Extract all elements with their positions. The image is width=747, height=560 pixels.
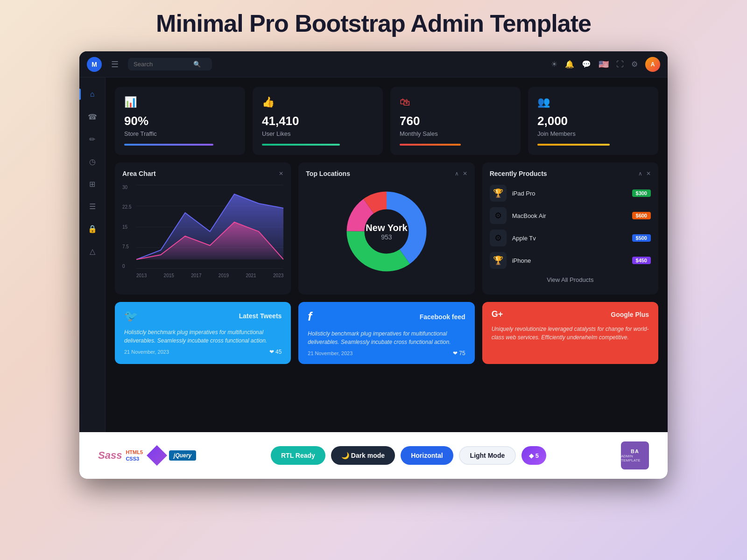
search-input[interactable]: [134, 61, 190, 68]
area-chart-title: Area Chart: [122, 170, 156, 177]
stat-card-sales: 🛍 760 Monthly Sales: [390, 87, 521, 155]
google-header: G+ Google Plus: [492, 309, 649, 319]
donut-value: 953: [366, 233, 407, 241]
sidebar-item-lock[interactable]: 🔒: [83, 219, 102, 238]
locations-close-icon[interactable]: ✕: [463, 170, 467, 177]
sidebar-item-clock[interactable]: ◷: [83, 152, 102, 171]
content: 📊 90% Store Traffic 👍 41,410 User Likes …: [106, 77, 668, 432]
flag-icon[interactable]: 🇺🇸: [599, 59, 609, 70]
dark-mode-button[interactable]: 🌙 Dark mode: [331, 446, 395, 465]
facebook-card: f Facebook feed Holisticly benchmark plu…: [298, 302, 474, 364]
x-label-2015: 2015: [164, 273, 174, 278]
search-icon: 🔍: [193, 61, 201, 68]
twitter-card: 🐦 Latest Tweets Holisticly benchmark plu…: [115, 302, 291, 364]
locations-up-icon[interactable]: ∧: [455, 170, 459, 177]
twitter-header: 🐦 Latest Tweets: [124, 309, 282, 322]
fullscreen-icon[interactable]: ⛶: [616, 60, 624, 69]
html5-badge: HTML5: [126, 449, 143, 455]
sales-label: Monthly Sales: [400, 130, 511, 137]
stat-card-members: 👥 2,000 Join Members: [528, 87, 658, 155]
donut-wrap: New York 953: [306, 185, 467, 278]
diamond-icon: [147, 445, 167, 466]
traffic-label: Store Traffic: [124, 130, 236, 137]
area-chart-close[interactable]: ✕: [279, 170, 283, 177]
product-iphone: 🏆 iPhone $450: [490, 252, 651, 269]
product-ipad: 🏆 iPad Pro $300: [490, 185, 651, 202]
view-all-products[interactable]: View All Products: [490, 273, 651, 287]
appletv-price: $500: [632, 234, 651, 242]
settings-icon[interactable]: ⚙: [631, 60, 638, 69]
bottom-bar: Sass HTML5 CSS3 jQuery RTL Ready 🌙 Dark …: [79, 432, 668, 479]
bottom-logos: Sass HTML5 CSS3 jQuery: [98, 445, 196, 466]
hamburger-icon[interactable]: ☰: [107, 57, 122, 71]
google-title: Google Plus: [611, 311, 649, 318]
topbar-right: ☀ 🔔 💬 🇺🇸 ⛶ ⚙ A: [551, 57, 660, 72]
page-title: Minimal Pro Bootstrap Admin Template: [156, 9, 591, 37]
sidebar-item-alert[interactable]: △: [83, 242, 102, 260]
bell-icon[interactable]: 🔔: [565, 60, 574, 69]
locations-title: Top Locations: [306, 170, 350, 177]
charts-row: Area Chart ✕ 30 22.5 15 7.5 0: [115, 162, 658, 294]
sun-icon[interactable]: ☀: [551, 60, 557, 69]
x-label-2023: 2023: [273, 273, 283, 278]
sidebar-item-edit[interactable]: ✏: [83, 130, 102, 148]
traffic-bar: [124, 144, 213, 146]
sidebar-item-support[interactable]: ☎: [83, 107, 102, 126]
ipad-name: iPad Pro: [512, 190, 627, 197]
appletv-name: Apple Tv: [512, 235, 627, 242]
light-mode-button[interactable]: Light Mode: [459, 446, 516, 465]
likes-icon: 👍: [262, 96, 374, 108]
locations-header: Top Locations ∧ ✕: [306, 170, 467, 177]
stat-cards: 📊 90% Store Traffic 👍 41,410 User Likes …: [115, 87, 658, 155]
google-card: G+ Google Plus Uniquely revolutionize le…: [482, 302, 658, 364]
twitter-title: Latest Tweets: [239, 312, 282, 320]
horizontal-button[interactable]: Horizontal: [401, 446, 453, 465]
ipad-price: $300: [632, 189, 651, 197]
product-appletv: ⚙ Apple Tv $500: [490, 230, 651, 246]
iphone-name: iPhone: [512, 257, 627, 264]
products-controls: ∧ ✕: [638, 170, 651, 177]
chat-icon[interactable]: 💬: [582, 60, 591, 69]
facebook-footer: 21 November, 2023 ❤ 75: [308, 350, 465, 357]
x-label-2017: 2017: [191, 273, 201, 278]
recently-products-card: Recently Products ∧ ✕ 🏆 iPad Pro $300: [482, 162, 658, 294]
rtl-ready-button[interactable]: RTL Ready: [271, 446, 325, 465]
google-text: Uniquely revolutionize leveraged catalys…: [492, 325, 649, 342]
likes-value: 41,410: [262, 114, 374, 128]
products-up-icon[interactable]: ∧: [638, 170, 642, 177]
bootstrap-label-ba: BA: [631, 448, 639, 454]
iphone-price: $450: [632, 257, 651, 264]
top-locations-card: Top Locations ∧ ✕: [298, 162, 474, 294]
x-axis-labels: 2013 2015 2017 2019 2021 2023: [136, 273, 283, 278]
sidebar-item-home[interactable]: ⌂: [83, 85, 102, 104]
sidebar: ⌂ ☎ ✏ ◷ ⊞ ☰ 🔒 △: [79, 77, 106, 432]
likes-label: User Likes: [262, 130, 374, 137]
donut-center: New York 953: [366, 223, 407, 241]
google-logo: G+: [492, 309, 503, 319]
macbook-icon: ⚙: [490, 207, 507, 224]
products-close-icon[interactable]: ✕: [646, 170, 651, 177]
stat-card-traffic: 📊 90% Store Traffic: [115, 87, 245, 155]
members-bar: [537, 144, 610, 146]
sidebar-item-grid[interactable]: ⊞: [83, 175, 102, 193]
logo: M: [87, 57, 102, 72]
area-chart-card: Area Chart ✕ 30 22.5 15 7.5 0: [115, 162, 291, 294]
social-row: 🐦 Latest Tweets Holisticly benchmark plu…: [115, 302, 658, 364]
bottom-center-pills: RTL Ready 🌙 Dark mode Horizontal Light M…: [207, 446, 610, 465]
bootstrap5-badge: ◆ 5: [521, 446, 546, 465]
sidebar-item-list[interactable]: ☰: [83, 197, 102, 216]
bottom-right: BA ADMIN TEMPLATE: [621, 441, 649, 469]
facebook-likes: ❤ 75: [453, 350, 465, 357]
facebook-header: f Facebook feed: [308, 309, 465, 324]
area-chart-header: Area Chart ✕: [122, 170, 283, 177]
y-label-30: 30: [122, 185, 131, 190]
search-box[interactable]: 🔍: [128, 58, 212, 70]
bootstrap-logo: BA ADMIN TEMPLATE: [621, 441, 649, 469]
twitter-date: 21 November, 2023: [124, 349, 169, 355]
sales-value: 760: [400, 114, 511, 128]
traffic-icon: 📊: [124, 96, 236, 108]
products-list: 🏆 iPad Pro $300 ⚙ MacBook Air $600 ⚙ App…: [490, 185, 651, 269]
y-label-0: 0: [122, 264, 131, 269]
avatar[interactable]: A: [645, 57, 660, 72]
macbook-price: $600: [632, 212, 651, 219]
